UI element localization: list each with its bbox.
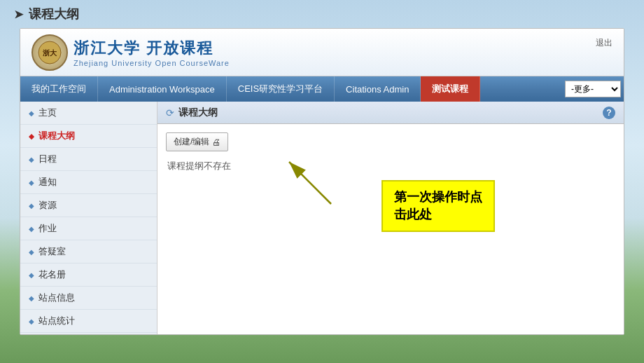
sidebar-label-schedule: 日程	[38, 153, 57, 165]
nav-label-test-course: 测试课程	[432, 83, 468, 95]
svg-text:浙大: 浙大	[43, 49, 57, 57]
print-icon: 🖨	[212, 137, 220, 147]
nav-label-my-workspace: 我的工作空间	[31, 83, 86, 95]
nav-item-admin-workspace[interactable]: Administration Workspace	[98, 76, 227, 102]
nav-more-area: -更多-	[562, 76, 624, 102]
sidebar-item-homework[interactable]: ◆ 作业	[20, 217, 157, 240]
content-area: ◆ 主页 ◆ 课程大纲 ◆ 日程 ◆ 通知 ◆ 资源	[20, 102, 624, 334]
sidebar-item-site-stats[interactable]: ◆ 站点统计	[20, 310, 157, 333]
sidebar-item-qa[interactable]: ◆ 答疑室	[20, 240, 157, 263]
logo-area: 浙大 浙江大学 开放课程 Zhejiang University Open Co…	[31, 34, 230, 71]
logout-button[interactable]: 退出	[596, 37, 612, 49]
bullet-icon-roster: ◆	[29, 271, 34, 279]
bullet-icon-home: ◆	[29, 109, 34, 117]
sidebar-label-roster: 花名册	[38, 268, 66, 281]
panel-header-left: ⟳ 课程大纲	[166, 107, 218, 119]
sidebar-item-home[interactable]: ◆ 主页	[20, 102, 157, 125]
nav-label-citations: Citations Admin	[346, 84, 409, 95]
header-bar: 浙大 浙江大学 开放课程 Zhejiang University Open Co…	[20, 29, 624, 76]
nav-item-ceis[interactable]: CEIS研究性学习平台	[227, 76, 335, 102]
main-panel: ⟳ 课程大纲 ? 创建/编辑 🖨 课程提纲不存在	[158, 102, 624, 334]
sidebar-item-resources[interactable]: ◆ 资源	[20, 194, 157, 217]
logo-main-title: 浙江大学 开放课程	[74, 38, 230, 59]
nav-item-my-workspace[interactable]: 我的工作空间	[20, 76, 98, 102]
logo-sub-title: Zhejiang University Open CourseWare	[74, 59, 230, 67]
sidebar-label-site-info: 站点信息	[38, 292, 75, 304]
sidebar-item-forum[interactable]: ◆ 讨论区	[20, 333, 157, 334]
sidebar: ◆ 主页 ◆ 课程大纲 ◆ 日程 ◆ 通知 ◆ 资源	[20, 102, 158, 334]
top-label: ➤ 课程大纲	[14, 6, 79, 22]
help-icon[interactable]: ?	[603, 107, 615, 119]
sidebar-item-site-info[interactable]: ◆ 站点信息	[20, 287, 157, 310]
nav-label-ceis: CEIS研究性学习平台	[238, 83, 323, 95]
sidebar-label-site-stats: 站点统计	[38, 315, 75, 327]
sidebar-label-resources: 资源	[38, 199, 57, 212]
sidebar-label-qa: 答疑室	[38, 245, 66, 258]
sidebar-label-home: 主页	[38, 107, 57, 119]
top-label-text: 课程大纲	[29, 6, 79, 22]
main-container: 浙大 浙江大学 开放课程 Zhejiang University Open Co…	[20, 28, 624, 335]
logo-text: 浙江大学 开放课程 Zhejiang University Open Cours…	[74, 38, 230, 67]
sidebar-item-notice[interactable]: ◆ 通知	[20, 171, 157, 194]
callout-tooltip: 第一次操作时点击此处	[382, 180, 495, 232]
sidebar-item-roster[interactable]: ◆ 花名册	[20, 263, 157, 287]
create-edit-button[interactable]: 创建/编辑 🖨	[166, 132, 228, 151]
bullet-icon-homework: ◆	[29, 225, 34, 233]
page-background: ➤ 课程大纲 浙大 浙江大学 开放课程 Zhejiang University …	[0, 0, 644, 363]
sidebar-item-syllabus[interactable]: ◆ 课程大纲	[20, 125, 157, 148]
bullet-icon-schedule: ◆	[29, 156, 34, 163]
bullet-icon-site-info: ◆	[29, 294, 34, 302]
bullet-icon-resources: ◆	[29, 202, 34, 210]
callout-text: 第一次操作时点击此处	[394, 190, 482, 221]
panel-body: 创建/编辑 🖨 课程提纲不存在	[158, 124, 624, 334]
create-edit-label: 创建/编辑	[174, 136, 209, 148]
sidebar-label-notice: 通知	[38, 176, 57, 189]
nav-bar: 我的工作空间 Administration Workspace CEIS研究性学…	[20, 76, 624, 102]
nav-item-test-course[interactable]: 测试课程	[421, 76, 480, 102]
nav-item-citations[interactable]: Citations Admin	[335, 76, 421, 102]
panel-header: ⟳ 课程大纲 ?	[158, 102, 624, 124]
panel-title: 课程大纲	[178, 107, 218, 119]
sidebar-label-homework: 作业	[38, 222, 57, 235]
sidebar-item-schedule[interactable]: ◆ 日程	[20, 148, 157, 171]
top-arrow-icon: ➤	[14, 8, 23, 21]
bullet-icon-syllabus: ◆	[29, 132, 34, 140]
bullet-icon-notice: ◆	[29, 179, 34, 186]
bullet-icon-qa: ◆	[29, 248, 34, 256]
university-logo: 浙大	[31, 34, 68, 71]
nav-label-admin-workspace: Administration Workspace	[109, 84, 215, 95]
sidebar-label-syllabus: 课程大纲	[38, 130, 75, 142]
nav-more-select[interactable]: -更多-	[565, 81, 621, 97]
bullet-icon-site-stats: ◆	[29, 317, 34, 325]
no-syllabus-text: 课程提纲不存在	[166, 160, 615, 172]
refresh-icon[interactable]: ⟳	[166, 107, 174, 118]
